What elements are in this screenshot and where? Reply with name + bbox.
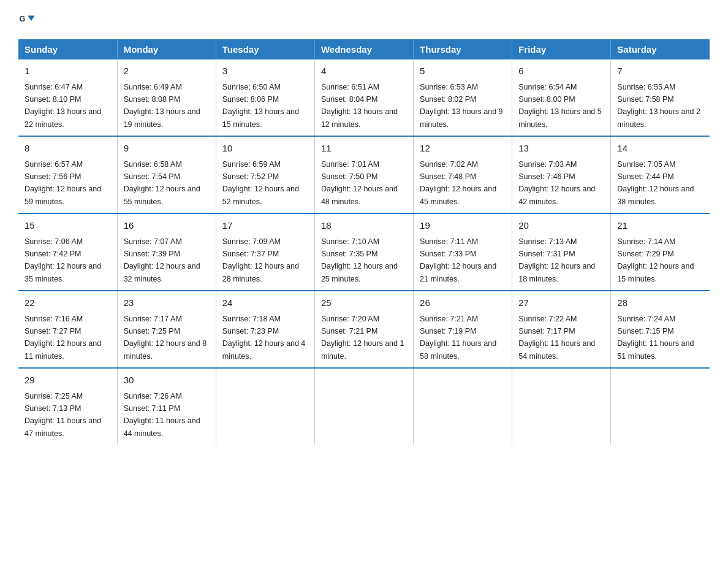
- day-number: 15: [25, 219, 111, 233]
- day-info: Sunrise: 6:47 AMSunset: 8:10 PMDaylight:…: [25, 83, 101, 129]
- calendar-cell: 20Sunrise: 7:13 AMSunset: 7:31 PMDayligh…: [512, 213, 611, 291]
- calendar-cell: 3Sunrise: 6:50 AMSunset: 8:06 PMDaylight…: [216, 59, 314, 136]
- day-info: Sunrise: 7:07 AMSunset: 7:39 PMDaylight:…: [124, 237, 200, 283]
- calendar-cell: 30Sunrise: 7:26 AMSunset: 7:11 PMDayligh…: [117, 368, 216, 445]
- day-info: Sunrise: 6:50 AMSunset: 8:06 PMDaylight:…: [222, 83, 299, 129]
- day-number: 2: [124, 64, 210, 79]
- day-info: Sunrise: 6:54 AMSunset: 8:00 PMDaylight:…: [518, 83, 602, 129]
- calendar-week-row: 8Sunrise: 6:57 AMSunset: 7:56 PMDaylight…: [18, 136, 710, 213]
- calendar-cell: [216, 368, 314, 445]
- svg-marker-1: [28, 16, 34, 21]
- calendar-cell: 4Sunrise: 6:51 AMSunset: 8:04 PMDaylight…: [314, 59, 413, 136]
- day-number: 14: [617, 142, 703, 156]
- day-info: Sunrise: 7:02 AMSunset: 7:48 PMDaylight:…: [420, 160, 496, 206]
- calendar-week-row: 29Sunrise: 7:25 AMSunset: 7:13 PMDayligh…: [18, 368, 710, 445]
- calendar-cell: 18Sunrise: 7:10 AMSunset: 7:35 PMDayligh…: [314, 213, 413, 291]
- day-info: Sunrise: 7:13 AMSunset: 7:31 PMDaylight:…: [518, 237, 595, 283]
- day-number: 7: [617, 64, 703, 79]
- calendar-cell: [414, 368, 512, 445]
- day-number: 11: [321, 142, 407, 156]
- calendar-cell: 19Sunrise: 7:11 AMSunset: 7:33 PMDayligh…: [414, 213, 512, 291]
- day-info: Sunrise: 7:26 AMSunset: 7:11 PMDaylight:…: [124, 392, 200, 438]
- calendar-cell: 23Sunrise: 7:17 AMSunset: 7:25 PMDayligh…: [117, 291, 216, 368]
- calendar-cell: 27Sunrise: 7:22 AMSunset: 7:17 PMDayligh…: [512, 291, 611, 368]
- day-info: Sunrise: 7:14 AMSunset: 7:29 PMDaylight:…: [617, 237, 694, 283]
- day-info: Sunrise: 6:55 AMSunset: 7:58 PMDaylight:…: [617, 83, 700, 129]
- day-info: Sunrise: 7:10 AMSunset: 7:35 PMDaylight:…: [321, 237, 398, 283]
- day-number: 12: [420, 142, 506, 156]
- calendar-cell: 12Sunrise: 7:02 AMSunset: 7:48 PMDayligh…: [414, 136, 512, 213]
- day-number: 5: [420, 64, 506, 79]
- day-number: 18: [321, 219, 407, 233]
- calendar-table: SundayMondayTuesdayWednesdayThursdayFrid…: [18, 39, 710, 445]
- calendar-cell: 11Sunrise: 7:01 AMSunset: 7:50 PMDayligh…: [314, 136, 413, 213]
- calendar-cell: 13Sunrise: 7:03 AMSunset: 7:46 PMDayligh…: [512, 136, 611, 213]
- calendar-week-row: 15Sunrise: 7:06 AMSunset: 7:42 PMDayligh…: [18, 213, 710, 291]
- calendar-cell: 10Sunrise: 6:59 AMSunset: 7:52 PMDayligh…: [216, 136, 314, 213]
- calendar-cell: 28Sunrise: 7:24 AMSunset: 7:15 PMDayligh…: [611, 291, 710, 368]
- day-info: Sunrise: 7:25 AMSunset: 7:13 PMDaylight:…: [25, 392, 101, 438]
- calendar-cell: 24Sunrise: 7:18 AMSunset: 7:23 PMDayligh…: [216, 291, 314, 368]
- calendar-cell: 9Sunrise: 6:58 AMSunset: 7:54 PMDaylight…: [117, 136, 216, 213]
- calendar-cell: [314, 368, 413, 445]
- day-info: Sunrise: 7:18 AMSunset: 7:23 PMDaylight:…: [222, 315, 306, 361]
- day-number: 3: [222, 64, 308, 79]
- calendar-cell: 5Sunrise: 6:53 AMSunset: 8:02 PMDaylight…: [414, 59, 512, 136]
- day-number: 28: [617, 296, 703, 310]
- calendar-cell: 29Sunrise: 7:25 AMSunset: 7:13 PMDayligh…: [18, 368, 117, 445]
- day-number: 22: [25, 296, 111, 310]
- day-number: 4: [321, 64, 407, 79]
- calendar-cell: 1Sunrise: 6:47 AMSunset: 8:10 PMDaylight…: [18, 59, 117, 136]
- calendar-cell: 2Sunrise: 6:49 AMSunset: 8:08 PMDaylight…: [117, 59, 216, 136]
- header-saturday: Saturday: [611, 39, 710, 59]
- day-info: Sunrise: 7:05 AMSunset: 7:44 PMDaylight:…: [617, 160, 694, 206]
- calendar-cell: 15Sunrise: 7:06 AMSunset: 7:42 PMDayligh…: [18, 213, 117, 291]
- day-number: 23: [124, 296, 210, 310]
- day-info: Sunrise: 7:06 AMSunset: 7:42 PMDaylight:…: [25, 237, 101, 283]
- header-thursday: Thursday: [414, 39, 512, 59]
- page-header: G: [18, 12, 710, 29]
- day-number: 9: [124, 142, 210, 156]
- day-number: 8: [25, 142, 111, 156]
- day-number: 25: [321, 296, 407, 310]
- day-info: Sunrise: 7:03 AMSunset: 7:46 PMDaylight:…: [518, 160, 595, 206]
- day-info: Sunrise: 6:51 AMSunset: 8:04 PMDaylight:…: [321, 83, 398, 129]
- day-number: 17: [222, 219, 308, 233]
- day-info: Sunrise: 6:57 AMSunset: 7:56 PMDaylight:…: [25, 160, 101, 206]
- header-sunday: Sunday: [18, 39, 117, 59]
- day-number: 29: [25, 373, 111, 388]
- header-wednesday: Wednesday: [314, 39, 413, 59]
- day-number: 26: [420, 296, 506, 310]
- day-info: Sunrise: 7:21 AMSunset: 7:19 PMDaylight:…: [420, 315, 496, 361]
- calendar-cell: 7Sunrise: 6:55 AMSunset: 7:58 PMDaylight…: [611, 59, 710, 136]
- day-number: 16: [124, 219, 210, 233]
- day-number: 20: [518, 219, 604, 233]
- header-friday: Friday: [512, 39, 611, 59]
- day-number: 21: [617, 219, 703, 233]
- day-info: Sunrise: 7:17 AMSunset: 7:25 PMDaylight:…: [124, 315, 207, 361]
- calendar-cell: 26Sunrise: 7:21 AMSunset: 7:19 PMDayligh…: [414, 291, 512, 368]
- day-number: 30: [124, 373, 210, 388]
- calendar-week-row: 1Sunrise: 6:47 AMSunset: 8:10 PMDaylight…: [18, 59, 710, 136]
- calendar-week-row: 22Sunrise: 7:16 AMSunset: 7:27 PMDayligh…: [18, 291, 710, 368]
- day-number: 24: [222, 296, 308, 310]
- day-number: 19: [420, 219, 506, 233]
- day-info: Sunrise: 7:01 AMSunset: 7:50 PMDaylight:…: [321, 160, 398, 206]
- day-number: 6: [518, 64, 604, 79]
- day-info: Sunrise: 6:49 AMSunset: 8:08 PMDaylight:…: [124, 83, 200, 129]
- day-info: Sunrise: 7:16 AMSunset: 7:27 PMDaylight:…: [25, 315, 101, 361]
- svg-text:G: G: [19, 15, 25, 23]
- logo: G: [18, 12, 38, 29]
- calendar-cell: 17Sunrise: 7:09 AMSunset: 7:37 PMDayligh…: [216, 213, 314, 291]
- day-info: Sunrise: 7:09 AMSunset: 7:37 PMDaylight:…: [222, 237, 299, 283]
- day-info: Sunrise: 6:58 AMSunset: 7:54 PMDaylight:…: [124, 160, 200, 206]
- day-info: Sunrise: 6:59 AMSunset: 7:52 PMDaylight:…: [222, 160, 299, 206]
- calendar-cell: 21Sunrise: 7:14 AMSunset: 7:29 PMDayligh…: [611, 213, 710, 291]
- calendar-cell: [611, 368, 710, 445]
- calendar-cell: [512, 368, 611, 445]
- calendar-cell: 6Sunrise: 6:54 AMSunset: 8:00 PMDaylight…: [512, 59, 611, 136]
- day-info: Sunrise: 7:20 AMSunset: 7:21 PMDaylight:…: [321, 315, 404, 361]
- day-info: Sunrise: 7:22 AMSunset: 7:17 PMDaylight:…: [518, 315, 595, 361]
- header-monday: Monday: [117, 39, 216, 59]
- calendar-header-row: SundayMondayTuesdayWednesdayThursdayFrid…: [18, 39, 710, 59]
